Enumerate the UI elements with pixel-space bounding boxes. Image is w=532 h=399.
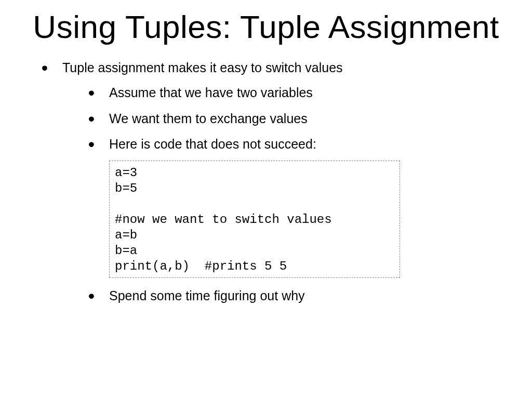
bullet-sub-2-text: Here is code that does not succeed: xyxy=(109,137,316,151)
bullet-sub-0: Assume that we have two variables xyxy=(88,84,501,102)
bullet-list-level1: Tuple assignment makes it easy to switch… xyxy=(31,59,501,305)
slide-title: Using Tuples: Tuple Assignment xyxy=(31,0,501,45)
bullet-sub-1: We want them to exchange values xyxy=(88,110,501,128)
slide: Using Tuples: Tuple Assignment Tuple ass… xyxy=(0,0,532,399)
bullet-main-text: Tuple assignment makes it easy to switch… xyxy=(62,60,343,75)
slide-content: Tuple assignment makes it easy to switch… xyxy=(31,45,501,305)
bullet-sub-2: Here is code that does not succeed: a=3 … xyxy=(88,136,501,278)
code-block: a=3 b=5 #now we want to switch values a=… xyxy=(109,161,400,278)
bullet-main: Tuple assignment makes it easy to switch… xyxy=(42,59,501,305)
bullet-final: Spend some time figuring out why xyxy=(88,287,501,305)
bullet-list-level2: Assume that we have two variables We wan… xyxy=(62,84,501,305)
